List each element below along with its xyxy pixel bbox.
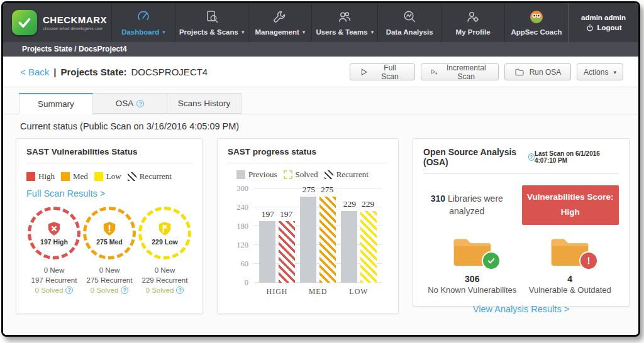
nav-label-dashboard: Dashboard [121, 28, 159, 36]
nav-item-management[interactable]: Management▾ [248, 3, 311, 42]
solved-swatch-icon [284, 170, 292, 179]
user-name: admin admin [581, 14, 626, 21]
app-window: CHECKMARX choose what developers use Das… [1, 1, 640, 337]
recurrent-swatch-icon [128, 172, 136, 181]
med-severity-ring: 275 Med [83, 207, 136, 259]
analysis-magnifier-icon [402, 9, 417, 24]
osa-last-scan: Last Scan on 6/1/2016 4:07:10 PM [535, 150, 619, 164]
category-label: HIGH [258, 287, 296, 297]
profile-gear-icon [465, 9, 480, 24]
incremental-scan-button[interactable]: Incremental Scan [421, 63, 499, 80]
y-axis-tick: 0 [245, 278, 248, 288]
check-badge-icon [482, 251, 501, 270]
page-title: Projects State: [60, 67, 126, 77]
libraries-analyzed-text: 310 Libraries were analyzed [423, 192, 511, 218]
sast-panel-title: SAST Vulnerabilities Status [26, 147, 192, 163]
document-search-icon [204, 9, 219, 24]
nav-label-my-profile: My Profile [456, 28, 491, 36]
play-plus-icon [430, 67, 438, 77]
checkmarx-logo[interactable]: CHECKMARX choose what developers use [3, 3, 111, 42]
y-axis-tick: 180 [236, 222, 248, 231]
bar-value-labels: 275275 [303, 185, 334, 195]
tab-osa[interactable]: OSA [93, 93, 167, 114]
high-severity-ring: 197 High [28, 207, 80, 259]
low-severity-ring: 229 Low [138, 207, 191, 259]
bar-previous [341, 211, 357, 283]
bar-recurrent [360, 211, 377, 283]
tab-bar: Summary OSA Scans History [3, 93, 638, 114]
y-axis-tick: 240 [236, 203, 248, 212]
nav-label-users-teams: Users & Teams [316, 28, 367, 36]
info-icon [121, 286, 128, 294]
users-icon [337, 9, 352, 24]
info-icon [528, 153, 535, 161]
nav-item-data-analysis[interactable]: Data Analysis [377, 3, 441, 42]
current-status-text: Current status (Public Scan on 3/16/2016… [3, 114, 638, 136]
info-icon [176, 286, 184, 294]
bar-value-labels: 197197 [262, 209, 293, 219]
low-swatch-icon [94, 172, 103, 181]
bar-group: 197197 [259, 188, 295, 283]
speedometer-icon [136, 9, 151, 24]
folder-icon [514, 67, 525, 77]
bar-recurrent [279, 221, 295, 283]
title-divider: | [53, 67, 56, 77]
tab-summary[interactable]: Summary [19, 93, 93, 114]
vulnerable-outdated-block: 4 Vulnerable & Outdated [521, 234, 619, 295]
nav-label-management: Management [255, 28, 299, 36]
alert-badge-icon [579, 251, 598, 270]
bar-group: 229229 [341, 188, 377, 283]
logout-label: Logout [597, 24, 622, 31]
power-icon [586, 23, 594, 32]
chart-plot-area: 060120180240300197197275275229229 [254, 188, 382, 283]
sast-progress-chart: Previous Solved Recurrent 06012018024030… [228, 170, 388, 297]
nav-label-appsec-coach: AppSec Coach [511, 28, 562, 36]
nav-item-projects-scans[interactable]: Projects & Scans▾ [175, 3, 248, 42]
severity-high-block: 197 High 0 New 197 Recurrent 0 Solved [26, 207, 82, 295]
nav-item-appsec-coach[interactable]: AppSec Coach [504, 3, 568, 42]
actions-button[interactable]: Actions ▾ [577, 63, 623, 80]
owl-mascot-icon [529, 9, 544, 24]
nav-item-users-teams[interactable]: Users & Teams▾ [311, 3, 377, 42]
logo-tagline: choose what developers use [43, 26, 107, 31]
nav-item-dashboard[interactable]: Dashboard▾ [111, 3, 175, 42]
back-link[interactable]: < Back [20, 67, 49, 77]
recurrent-swatch-icon [325, 170, 333, 179]
nav-item-my-profile[interactable]: My Profile [441, 3, 504, 42]
bar-previous [300, 197, 316, 283]
chevron-down-icon: ▾ [613, 69, 616, 75]
play-icon [359, 67, 369, 77]
tab-scans-history[interactable]: Scans History [167, 93, 242, 114]
y-axis-tick: 120 [236, 241, 248, 250]
main-menu: Dashboard▾ Projects & Scans▾ Management▾… [111, 3, 568, 42]
top-nav: CHECKMARX choose what developers use Das… [3, 3, 638, 42]
view-analysis-results-link[interactable]: View Analysis Results > [423, 304, 619, 314]
severity-low-block: 229 Low 0 New 229 Recurrent 0 Solved [137, 207, 192, 295]
full-scan-results-link[interactable]: Full Scan Results > [26, 188, 105, 199]
full-scan-button[interactable]: Full Scan [350, 63, 415, 80]
y-axis-tick: 60 [241, 259, 249, 269]
bar-value-labels: 229229 [343, 199, 375, 209]
info-icon [65, 286, 73, 294]
project-name: DOCSPROJECT4 [131, 67, 208, 77]
user-menu: admin admin Logout [568, 3, 638, 42]
chevron-down-icon: ▾ [162, 29, 165, 35]
logout-button[interactable]: Logout [586, 23, 622, 32]
run-osa-button[interactable]: Run OSA [504, 63, 571, 80]
bar-previous [259, 221, 275, 283]
sast-legend: High Med Low Recurrent [26, 172, 192, 182]
previous-swatch-icon [236, 170, 245, 179]
checkmarx-logo-icon [12, 10, 37, 35]
bar-recurrent [319, 197, 336, 283]
category-label: LOW [340, 287, 378, 297]
main-content: < Back | Projects State: DOCSPROJECT4 Fu… [3, 57, 638, 335]
shield-flag-icon [157, 220, 173, 237]
chevron-down-icon: ▾ [242, 29, 245, 35]
sast-vulnerabilities-panel: SAST Vulnerabilities Status High Med Low… [16, 138, 203, 314]
chevron-down-icon: ▾ [371, 29, 374, 35]
progress-panel-title: SAST progress status [228, 147, 388, 163]
logo-title: CHECKMARX [43, 14, 107, 25]
page-header: < Back | Projects State: DOCSPROJECT4 Fu… [3, 57, 638, 87]
bar-group: 275275 [300, 188, 336, 283]
nav-label-data-analysis: Data Analysis [386, 28, 433, 36]
